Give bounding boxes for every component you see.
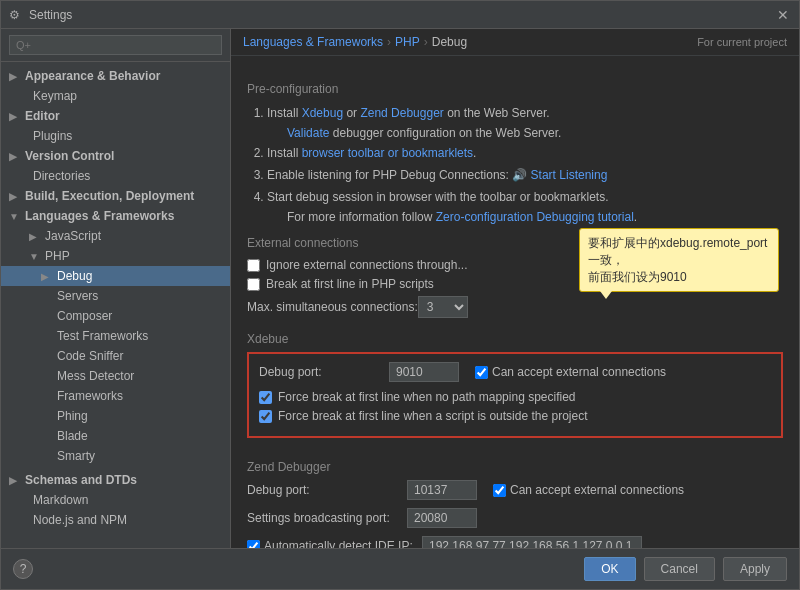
footer-right: OK Cancel Apply — [584, 557, 787, 581]
ext-checkbox1[interactable] — [247, 259, 260, 272]
footer-left: ? — [13, 559, 33, 579]
zend-broadcast-label: Settings broadcasting port: — [247, 511, 407, 525]
xdebug-box: Debug port: Can accept external connecti… — [247, 352, 783, 438]
apply-button[interactable]: Apply — [723, 557, 787, 581]
sidebar-item-label: Build, Execution, Deployment — [25, 189, 194, 203]
sidebar-item-label: Languages & Frameworks — [25, 209, 174, 223]
sidebar-item-label: Keymap — [33, 89, 77, 103]
zend-section: Zend Debugger Debug port: Can accept ext… — [247, 452, 783, 548]
sidebar-item-label: Plugins — [33, 129, 72, 143]
xdebug-force2-label: Force break at first line when a script … — [278, 409, 587, 423]
arrow-icon: ▶ — [41, 271, 53, 282]
sidebar-item-keymap[interactable]: Keymap — [1, 86, 230, 106]
zend-port-row: Debug port: Can accept external connecti… — [247, 480, 783, 500]
zero-config-link[interactable]: Zero-configuration Debugging tutorial — [436, 210, 634, 224]
ok-button[interactable]: OK — [584, 557, 635, 581]
xdebug-force1-checkbox[interactable] — [259, 391, 272, 404]
zend-can-accept-checkbox[interactable] — [493, 484, 506, 497]
zend-title: Zend Debugger — [247, 460, 783, 474]
sidebar-item-nodejs[interactable]: Node.js and NPM — [1, 510, 230, 530]
sidebar-item-plugins[interactable]: Plugins — [1, 126, 230, 146]
zend-debugger-link[interactable]: Zend Debugger — [360, 106, 443, 120]
annotation-text: 要和扩展中的xdebug.remote_port一致，前面我们设为9010 — [588, 236, 767, 284]
zend-autodetect-row: Automatically detect IDE IP: — [247, 536, 783, 548]
step-3: Enable listening for PHP Debug Connectio… — [267, 166, 783, 184]
sidebar-item-label: Code Sniffer — [57, 349, 124, 363]
zend-broadcast-input[interactable] — [407, 508, 477, 528]
sidebar-item-appearance[interactable]: ▶ Appearance & Behavior — [1, 66, 230, 86]
step-1-indent: Validate debugger configuration on the W… — [267, 126, 783, 140]
footer: ? OK Cancel Apply — [1, 548, 799, 589]
settings-icon: ⚙ — [9, 8, 23, 22]
xdebug-force2-row: Force break at first line when a script … — [259, 409, 771, 423]
sidebar-item-directories[interactable]: Directories — [1, 166, 230, 186]
ext-checkbox2[interactable] — [247, 278, 260, 291]
separator2: › — [424, 35, 428, 49]
sidebar-item-phing[interactable]: Phing — [1, 406, 230, 426]
sidebar-search-area — [1, 29, 230, 62]
sidebar-item-servers[interactable]: Servers — [1, 286, 230, 306]
arrow-icon: ▼ — [9, 211, 21, 222]
start-listening-link[interactable]: Start Listening — [531, 168, 608, 182]
sidebar-item-label: JavaScript — [45, 229, 101, 243]
sidebar-item-markdown[interactable]: Markdown — [1, 490, 230, 510]
content-panel: Languages & Frameworks › PHP › Debug For… — [231, 29, 799, 548]
zend-broadcast-row: Settings broadcasting port: — [247, 508, 783, 528]
xdebug-can-accept-checkbox[interactable] — [475, 366, 488, 379]
close-button[interactable]: ✕ — [775, 7, 791, 23]
sidebar-item-schemas[interactable]: ▶ Schemas and DTDs — [1, 470, 230, 490]
sidebar-item-composer[interactable]: Composer — [1, 306, 230, 326]
arrow-icon: ▶ — [9, 111, 21, 122]
max-connections-select[interactable]: 3 5 10 — [418, 296, 468, 318]
zend-autodetect-checkbox[interactable] — [247, 540, 260, 549]
xdebug-link[interactable]: Xdebug — [302, 106, 343, 120]
sidebar-item-versioncontrol[interactable]: ▶ Version Control — [1, 146, 230, 166]
zend-autodetect-input[interactable] — [422, 536, 642, 548]
sidebar-item-label: Appearance & Behavior — [25, 69, 160, 83]
help-button[interactable]: ? — [13, 559, 33, 579]
sidebar-item-frameworks[interactable]: Frameworks — [1, 386, 230, 406]
zend-port-input[interactable] — [407, 480, 477, 500]
browser-toolbar-link[interactable]: browser toolbar or bookmarklets — [302, 146, 473, 160]
settings-window: ⚙ Settings ✕ ▶ Appearance & Behavior Key… — [0, 0, 800, 590]
xdebug-port-label: Debug port: — [259, 365, 389, 379]
sidebar-item-label: Phing — [57, 409, 88, 423]
breadcrumb-part3: Debug — [432, 35, 467, 49]
sidebar-item-smarty[interactable]: Smarty — [1, 446, 230, 466]
max-connections-label: Max. simultaneous connections: — [247, 300, 418, 314]
xdebug-force2-checkbox[interactable] — [259, 410, 272, 423]
xdebug-port-input[interactable] — [389, 362, 459, 382]
content-body: Pre-configuration Install Xdebug or Zend… — [231, 56, 799, 548]
sidebar-item-label: Schemas and DTDs — [25, 473, 137, 487]
sidebar-item-editor[interactable]: ▶ Editor — [1, 106, 230, 126]
zend-can-accept-label: Can accept external connections — [510, 483, 684, 497]
sidebar-item-testframeworks[interactable]: Test Frameworks — [1, 326, 230, 346]
step-1: Install Xdebug or Zend Debugger on the W… — [267, 104, 783, 122]
sidebar-item-label: Smarty — [57, 449, 95, 463]
ext-checkbox1-label: Ignore external connections through... — [266, 258, 467, 272]
sidebar-item-blade[interactable]: Blade — [1, 426, 230, 446]
xdebug-can-accept-label: Can accept external connections — [492, 365, 666, 379]
separator1: › — [387, 35, 391, 49]
validate-link[interactable]: Validate — [287, 126, 329, 140]
search-input[interactable] — [9, 35, 222, 55]
breadcrumb-part1: Languages & Frameworks — [243, 35, 383, 49]
sidebar-item-php[interactable]: ▼ PHP — [1, 246, 230, 266]
sidebar-item-label: Test Frameworks — [57, 329, 148, 343]
arrow-icon: ▶ — [9, 475, 21, 486]
sidebar-item-javascript[interactable]: ▶ JavaScript — [1, 226, 230, 246]
sidebar-tree: ▶ Appearance & Behavior Keymap ▶ Editor … — [1, 62, 230, 548]
breadcrumb: Languages & Frameworks › PHP › Debug For… — [231, 29, 799, 56]
preconfiguration-section: Pre-configuration Install Xdebug or Zend… — [247, 82, 783, 224]
sidebar-item-build[interactable]: ▶ Build, Execution, Deployment — [1, 186, 230, 206]
sidebar-item-messdetector[interactable]: Mess Detector — [1, 366, 230, 386]
sidebar-item-label: Directories — [33, 169, 90, 183]
sidebar-item-debug[interactable]: ▶ Debug — [1, 266, 230, 286]
cancel-button[interactable]: Cancel — [644, 557, 715, 581]
arrow-icon: ▼ — [29, 251, 41, 262]
sidebar-item-codesniffer[interactable]: Code Sniffer — [1, 346, 230, 366]
zend-port-label: Debug port: — [247, 483, 407, 497]
sidebar-item-languages[interactable]: ▼ Languages & Frameworks — [1, 206, 230, 226]
xdebug-port-row: Debug port: Can accept external connecti… — [259, 362, 771, 382]
preconfiguration-title: Pre-configuration — [247, 82, 783, 96]
